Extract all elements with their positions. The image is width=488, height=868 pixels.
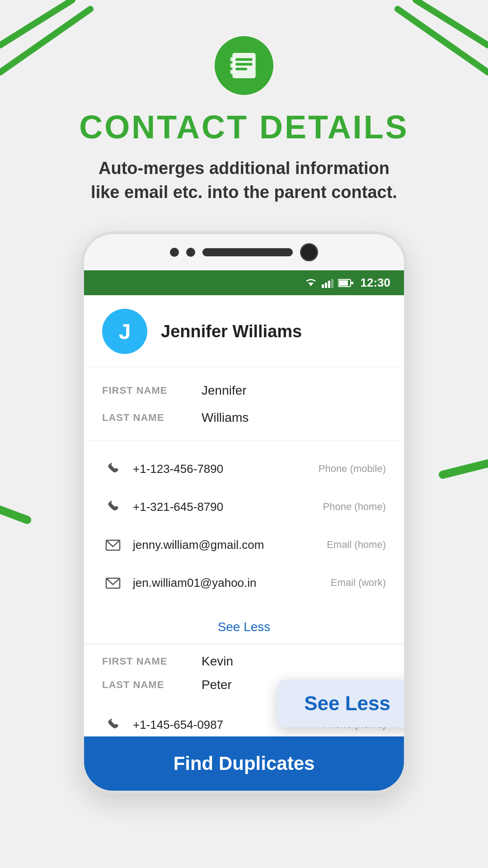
c2-last-name-label: LAST NAME: [102, 679, 202, 691]
find-duplicates-label: Find Duplicates: [174, 753, 315, 774]
contact-name-1: Jennifer Williams: [161, 322, 302, 341]
svg-rect-14: [322, 284, 324, 288]
phone-icon-2: [102, 496, 124, 518]
phone-frame: 12:30 J Jennifer Williams FIRST NAME Jen…: [81, 231, 407, 793]
see-less-popup-text: See Less: [304, 692, 390, 714]
phone-mockup: 12:30 J Jennifer Williams FIRST NAME Jen…: [0, 231, 488, 793]
sensor-dot-1: [170, 248, 179, 257]
email-icon-1: [102, 534, 124, 556]
phone-row-1: +1-123-456-7890 Phone (mobile): [102, 450, 386, 488]
see-less-popup[interactable]: See Less: [277, 679, 407, 727]
phone-icon-1: [102, 458, 124, 480]
phone-row-2: +1-321-645-8790 Phone (home): [102, 488, 386, 526]
phone-top-bar: [84, 234, 404, 270]
svg-rect-8: [235, 63, 252, 66]
c2-first-name-row: FIRST NAME Kevin: [102, 650, 386, 673]
contact-info-list-1: +1-123-456-7890 Phone (mobile) +1-321-64…: [84, 441, 404, 611]
svg-rect-15: [325, 283, 327, 288]
page-title: CONTACT DETAILS: [79, 108, 408, 146]
c2-last-name-value: Peter: [202, 678, 232, 692]
svg-rect-20: [351, 282, 353, 284]
status-bar: 12:30: [84, 270, 404, 295]
status-bar-time: 12:30: [361, 276, 391, 290]
phone-1-number: +1-123-456-7890: [133, 462, 310, 476]
contact-header-1: J Jennifer Williams: [84, 295, 404, 368]
phone-1-type: Phone (mobile): [319, 463, 386, 475]
find-duplicates-button[interactable]: Find Duplicates: [84, 736, 404, 791]
phone-2-number: +1-321-645-8790: [133, 500, 314, 514]
sensor-dot-2: [186, 248, 195, 257]
svg-rect-19: [339, 280, 348, 286]
email-2-address: jen.william01@yahoo.in: [133, 576, 322, 590]
app-icon-circle: [215, 36, 273, 95]
phone-2-type: Phone (home): [323, 501, 386, 513]
email-2-type: Email (work): [331, 577, 386, 589]
svg-rect-12: [230, 70, 234, 74]
c2-first-name-value: Kevin: [202, 654, 233, 669]
email-row-1: jenny.william@gmail.com Email (home): [102, 526, 386, 564]
status-icons: [305, 278, 353, 288]
svg-rect-11: [230, 63, 234, 67]
svg-rect-10: [230, 57, 234, 61]
svg-rect-16: [328, 281, 330, 288]
contact-book-icon: [228, 50, 260, 81]
svg-marker-13: [308, 283, 314, 286]
svg-rect-9: [235, 68, 247, 71]
svg-rect-7: [235, 58, 252, 61]
battery-icon: [338, 278, 353, 288]
email-icon-2: [102, 572, 124, 594]
first-name-label: FIRST NAME: [102, 385, 202, 396]
c2-phone-icon: [102, 714, 124, 736]
email-row-2: jen.william01@yahoo.in Email (work): [102, 564, 386, 602]
sensor-camera: [300, 243, 318, 261]
first-name-value: Jennifer: [202, 383, 247, 398]
last-name-label: LAST NAME: [102, 412, 202, 424]
wifi-icon: [305, 278, 317, 288]
first-name-row: FIRST NAME Jennifer: [102, 377, 386, 404]
c2-first-name-label: FIRST NAME: [102, 656, 202, 667]
svg-rect-17: [331, 279, 333, 288]
sensor-bar: [202, 248, 293, 256]
contact-card-1: J Jennifer Williams FIRST NAME Jennifer …: [84, 295, 404, 643]
contact-avatar-1: J: [102, 309, 147, 354]
email-1-type: Email (home): [327, 539, 386, 551]
contact-fields-1: FIRST NAME Jennifer LAST NAME Williams: [84, 368, 404, 441]
see-less-button[interactable]: See Less: [84, 611, 404, 643]
page-subtitle: Auto-merges additional information like …: [68, 156, 420, 204]
signal-icon: [322, 278, 333, 288]
last-name-row: LAST NAME Williams: [102, 404, 386, 431]
last-name-value: Williams: [202, 410, 249, 425]
email-1-address: jenny.william@gmail.com: [133, 538, 318, 552]
phone-content-area: J Jennifer Williams FIRST NAME Jennifer …: [84, 295, 404, 791]
